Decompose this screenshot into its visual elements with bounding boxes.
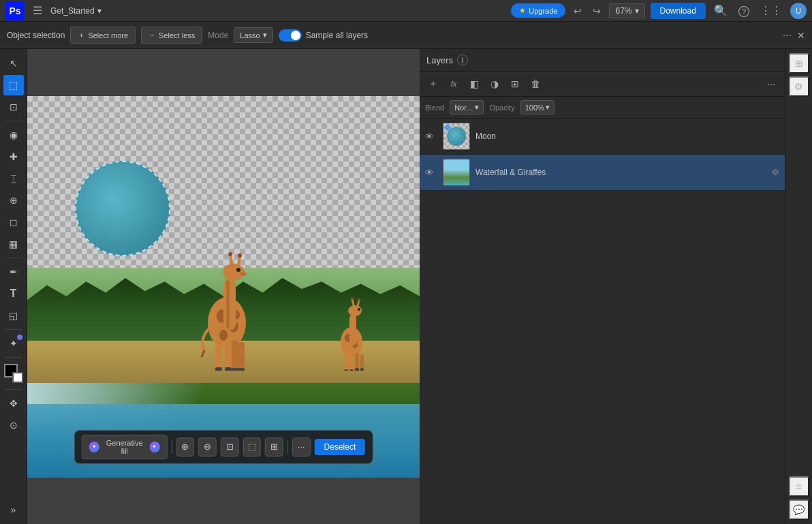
- eraser-tool[interactable]: ◻: [3, 212, 24, 232]
- sample-all-layers-toggle[interactable]: [279, 29, 302, 42]
- layer-more-button[interactable]: ···: [763, 76, 779, 92]
- brush-tool[interactable]: ⌶: [3, 168, 24, 189]
- zoom-tool[interactable]: ⊙: [3, 415, 24, 435]
- mode-chevron-icon: ▾: [263, 31, 267, 40]
- layers-list: 👁 Moon 👁 Waterfall & Giraffes ⚙: [420, 119, 785, 524]
- add-selection-button[interactable]: ⊕: [176, 437, 194, 457]
- refine-selection-button[interactable]: ⊞: [265, 437, 283, 457]
- clone-tool[interactable]: ⊕: [3, 190, 24, 211]
- intersect-selection-button[interactable]: ⊡: [221, 437, 239, 457]
- svg-point-9: [228, 252, 232, 256]
- toolbar-more-button[interactable]: ···: [783, 29, 792, 42]
- transform-selection-button[interactable]: ⬚: [243, 437, 262, 457]
- waterfall-giraffes-layer-item[interactable]: 👁 Waterfall & Giraffes ⚙: [420, 155, 785, 191]
- blend-mode-dropdown[interactable]: Nor... ▾: [450, 100, 484, 114]
- plus-icon: ＋: [78, 30, 85, 40]
- crop-tool[interactable]: ⊡: [3, 97, 24, 117]
- moon-circle: [75, 161, 170, 256]
- add-layer-button[interactable]: ＋: [425, 76, 441, 92]
- svg-point-3: [219, 330, 228, 341]
- properties-panel-icon[interactable]: ⚙: [789, 76, 809, 97]
- layers-info-icon[interactable]: ℹ: [457, 55, 468, 65]
- waterfall-layer-thumbnail: [443, 159, 470, 186]
- layer-fx-button[interactable]: fx: [446, 76, 462, 92]
- help-button[interactable]: ?: [736, 2, 752, 20]
- layers-panel-icon[interactable]: ⊞: [789, 53, 809, 74]
- mode-dropdown[interactable]: Lasso ▾: [234, 27, 272, 43]
- shape-tool[interactable]: ◱: [3, 305, 24, 326]
- tool-divider-5: [5, 389, 22, 390]
- giraffe-small-svg: [334, 289, 369, 371]
- minus-icon: －: [149, 30, 156, 40]
- select-less-button[interactable]: － Select less: [141, 27, 202, 44]
- waterfall-layer-visibility-icon[interactable]: 👁: [425, 168, 437, 178]
- select-less-label: Select less: [159, 31, 195, 40]
- moon-layer-thumbnail: [443, 123, 470, 150]
- tool-divider-2: [5, 258, 22, 258]
- color-swatches[interactable]: [4, 364, 23, 383]
- object-selection-tool[interactable]: ⬚: [3, 75, 24, 95]
- ps-logo: Ps: [5, 1, 25, 20]
- zoom-control[interactable]: 67% ▾: [609, 3, 644, 18]
- canvas[interactable]: ✦ Generative fill ✦ ⊕ ⊖ ⊡ ⬚ ⊞ ··· Desele…: [27, 96, 420, 478]
- eyedropper-tool[interactable]: ◉: [3, 125, 24, 145]
- text-tool[interactable]: T: [3, 283, 24, 304]
- moon-layer-visibility-icon[interactable]: 👁: [425, 132, 437, 142]
- deselect-button[interactable]: Deselect: [315, 439, 366, 455]
- adjustments-panel-icon[interactable]: ≡: [789, 476, 809, 497]
- generative-ai-tool[interactable]: ✦: [3, 333, 24, 354]
- more-options-button[interactable]: ···: [292, 437, 311, 457]
- svg-rect-15: [215, 367, 222, 371]
- delete-layer-button[interactable]: 🗑: [527, 76, 544, 92]
- svg-rect-21: [238, 368, 245, 371]
- expand-tools[interactable]: »: [3, 499, 24, 520]
- apps-button[interactable]: ⋮⋮: [758, 1, 785, 20]
- search-button[interactable]: 🔍: [711, 1, 730, 20]
- upgrade-star-icon: ★: [519, 6, 526, 15]
- opacity-label: Opacity: [489, 104, 514, 112]
- upgrade-button[interactable]: ★ Upgrade: [511, 3, 565, 18]
- moon-layer-item[interactable]: 👁 Moon: [420, 119, 785, 155]
- generative-fill-button[interactable]: ✦ Generative fill ✦: [82, 435, 168, 459]
- giraffe-main: [196, 234, 257, 371]
- subtract-selection-button[interactable]: ⊖: [198, 437, 217, 457]
- select-more-button[interactable]: ＋ Select more: [70, 27, 136, 44]
- layer-settings-icon[interactable]: ⚙: [772, 168, 779, 177]
- hand-tool[interactable]: ✥: [3, 393, 24, 414]
- healing-tool[interactable]: ✚: [3, 147, 24, 167]
- opacity-input[interactable]: 100% ▾: [520, 100, 555, 114]
- move-tool[interactable]: ↖: [3, 53, 24, 74]
- canvas-area[interactable]: ✦ Generative fill ✦ ⊕ ⊖ ⊡ ⬚ ⊞ ··· Desele…: [27, 49, 420, 524]
- upgrade-label: Upgrade: [529, 7, 557, 15]
- background-color[interactable]: [12, 372, 23, 383]
- redo-button[interactable]: ↪: [590, 3, 604, 19]
- svg-point-11: [238, 253, 242, 258]
- giraffe-main-svg: [196, 234, 257, 371]
- sample-all-layers-toggle-wrap: Sample all layers: [279, 29, 368, 42]
- tool-divider-1: [5, 121, 22, 121]
- zoom-level-text: 67%: [615, 6, 631, 16]
- layer-adjustment-button[interactable]: ◑: [486, 76, 503, 92]
- ai-badge: [17, 335, 22, 340]
- floating-toolbar: ✦ Generative fill ✦ ⊕ ⊖ ⊡ ⬚ ⊞ ··· Desele…: [74, 430, 373, 464]
- layer-mask-button[interactable]: ◧: [466, 76, 482, 92]
- toolbar-close-button[interactable]: ✕: [797, 30, 805, 41]
- hamburger-menu[interactable]: ☰: [30, 1, 45, 20]
- doc-title-text: Get_Started: [50, 6, 95, 16]
- blend-chevron-icon: ▾: [475, 103, 479, 112]
- avatar[interactable]: U: [790, 3, 807, 19]
- mode-label: Mode: [208, 31, 228, 40]
- comments-panel-icon[interactable]: 💬: [789, 499, 809, 520]
- svg-point-12: [236, 268, 240, 272]
- layer-group-button[interactable]: ⊞: [507, 76, 523, 92]
- gen-fill-badge-icon: ✦: [149, 442, 159, 452]
- opacity-value: 100%: [525, 104, 544, 112]
- gradient-tool[interactable]: ▦: [3, 234, 24, 254]
- pen-tool[interactable]: ✒: [3, 262, 24, 282]
- svg-rect-6: [226, 281, 230, 328]
- ai-icon: ✦: [10, 338, 18, 349]
- doc-title[interactable]: Get_Started ▾: [50, 6, 102, 16]
- download-button[interactable]: Download: [651, 3, 706, 19]
- undo-button[interactable]: ↩: [571, 3, 584, 19]
- sample-all-layers-label: Sample all layers: [306, 31, 368, 40]
